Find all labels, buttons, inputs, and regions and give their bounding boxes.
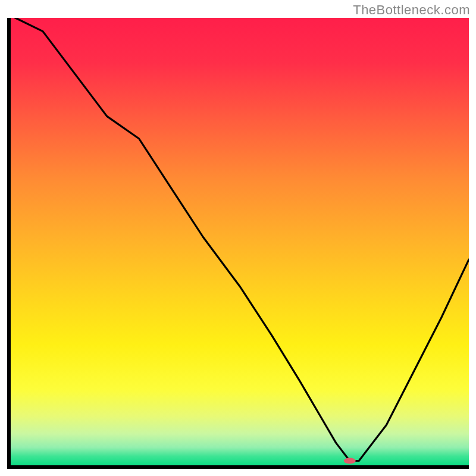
optimal-marker [344,458,356,464]
bottleneck-curve [15,18,469,461]
curve-layer [11,18,469,465]
bottleneck-chart: TheBottleneck.com [0,0,476,476]
plot-area [7,18,469,469]
watermark-text: TheBottleneck.com [353,2,470,18]
